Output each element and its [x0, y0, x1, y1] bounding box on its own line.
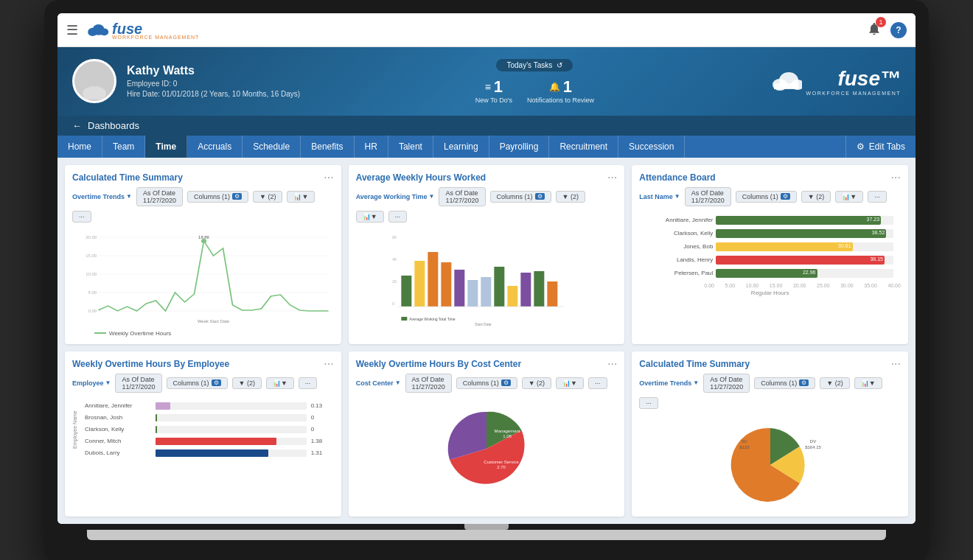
card-header-4: Weekly Overtime Hours By Employee ··· — [65, 351, 341, 374]
profile-banner: Kathy Watts Employee ID: 0 Hire Date: 01… — [57, 47, 916, 116]
chart-type-btn-3[interactable]: 📊▼ — [835, 191, 863, 203]
card-calc-time-summary: Calculated Time Summary ··· Overtime Tre… — [65, 165, 341, 344]
columns-btn-2[interactable]: Columns (1) ⚙ — [490, 191, 551, 203]
emp-row-2: Brosnan, Josh 0 — [77, 412, 337, 424]
filter-btn-4[interactable]: ▼ (2) — [232, 377, 262, 389]
pie-chart-svg-2: SC $123 DV $164.15 — [704, 421, 837, 509]
as-of-date-btn-2[interactable]: As Of Date11/27/2020 — [439, 187, 485, 206]
employee-filter[interactable]: Employee ▼ — [72, 379, 111, 387]
as-of-date-btn-3[interactable]: As Of Date11/27/2020 — [685, 187, 731, 206]
back-arrow-icon[interactable]: ← — [72, 120, 82, 131]
filter-btn-3[interactable]: ▼ (2) — [801, 191, 831, 203]
more-btn-6[interactable]: ··· — [639, 397, 658, 409]
att-name-4: Landis, Henry — [646, 256, 713, 263]
columns-btn-4[interactable]: Columns (1) ⚙ — [167, 377, 228, 389]
edit-tabs-button[interactable]: ⚙ Edit Tabs — [845, 136, 916, 158]
overtime-trends-filter[interactable]: Overtime Trends ▼ — [72, 193, 132, 200]
emp-bar-track-2 — [156, 414, 307, 421]
filter-btn-6[interactable]: ▼ (2) — [820, 377, 849, 389]
as-of-date-btn-6[interactable]: As Of Date11/27/2020 — [703, 374, 750, 393]
as-of-date-btn-4[interactable]: As Of Date11/27/2020 — [115, 374, 161, 393]
bar-4 — [441, 262, 451, 307]
tab-learning[interactable]: Learning — [433, 136, 489, 158]
fuse-branding: fuse™ WORKFORCE MANAGEMENT — [770, 67, 901, 96]
more-btn-5[interactable]: ··· — [588, 377, 607, 389]
notification-icon[interactable]: 1 — [867, 21, 882, 39]
emp-name-3: Clarkson, Kelly — [85, 426, 151, 433]
columns-btn-1[interactable]: Columns (1) ⚙ — [187, 191, 248, 203]
brand-name: fuse™ — [806, 67, 901, 91]
chart-type-btn-6[interactable]: 📊▼ — [854, 377, 882, 389]
brand-name-area: fuse™ WORKFORCE MANAGEMENT — [806, 67, 901, 96]
card-menu-1[interactable]: ··· — [324, 171, 333, 184]
brand-sub: WORKFORCE MANAGEMENT — [806, 91, 901, 96]
tab-accruals[interactable]: Accruals — [187, 136, 243, 158]
emp-row-5: Dubois, Larry 1.31 — [77, 447, 337, 459]
more-btn-3[interactable]: ··· — [868, 191, 887, 203]
att-x-axis: 0.005.0010.0015.0020.0025.0030.0035.0040… — [639, 280, 901, 290]
card-menu-6[interactable]: ··· — [891, 357, 901, 371]
pie-chart-svg: Management 1.08 Customer Service 2.70 — [420, 405, 553, 493]
att-bar-fill-5: 22.96 — [716, 269, 817, 278]
card-chart-1: 20.00 15.00 10.00 5.00 0.00 18.86 Week S… — [65, 227, 341, 344]
tasks-refresh-icon[interactable]: ↺ — [557, 61, 562, 69]
card-title-1: Calculated Time Summary — [72, 172, 183, 183]
card-controls-6: Overtime Trends ▼ As Of Date11/27/2020 C… — [632, 374, 908, 413]
tab-talent[interactable]: Talent — [388, 136, 433, 158]
tab-payrolling[interactable]: Payrolling — [489, 136, 550, 158]
card-menu-5[interactable]: ··· — [607, 357, 617, 371]
chart-type-btn-5[interactable]: 📊▼ — [556, 377, 584, 389]
hamburger-icon[interactable]: ☰ — [66, 22, 78, 38]
svg-text:Average Working Total Time: Average Working Total Time — [409, 317, 455, 321]
fuse-logo-icon — [86, 18, 109, 42]
chart-type-btn-2[interactable]: 📊▼ — [356, 211, 384, 223]
avg-working-filter[interactable]: Average Working Time ▼ — [356, 193, 435, 200]
card-menu-4[interactable]: ··· — [324, 357, 333, 371]
columns-btn-5[interactable]: Columns (1) ⚙ — [456, 377, 517, 389]
overtime-trends-filter-2[interactable]: Overtime Trends ▼ — [639, 379, 699, 387]
tab-succession[interactable]: Succession — [618, 136, 685, 158]
tab-team[interactable]: Team — [102, 136, 145, 158]
as-of-date-btn-1[interactable]: As Of Date11/27/2020 — [136, 187, 183, 206]
as-of-date-btn-5[interactable]: As Of Date11/27/2020 — [405, 374, 452, 393]
cost-center-filter[interactable]: Cost Center ▼ — [356, 379, 401, 387]
tab-benefits[interactable]: Benefits — [301, 136, 354, 158]
filter-btn-2[interactable]: ▼ (2) — [556, 191, 585, 203]
att-row-1: Annitiare, Jennifer 37.23 — [639, 214, 901, 227]
tab-home[interactable]: Home — [57, 136, 102, 158]
tab-time[interactable]: Time — [145, 136, 187, 158]
columns-btn-6[interactable]: Columns (1) ⚙ — [754, 377, 815, 389]
filter-btn-5[interactable]: ▼ (2) — [522, 377, 551, 389]
att-bar-fill-1: 37.23 — [716, 216, 881, 225]
card-menu-3[interactable]: ··· — [891, 171, 901, 184]
tab-schedule[interactable]: Schedule — [243, 136, 301, 158]
lastname-filter[interactable]: Last Name ▼ — [639, 193, 680, 200]
tab-recruitment[interactable]: Recruitment — [549, 136, 618, 158]
laptop-screen: ☰ fuse WORKFORCE MANAGEMENT — [57, 13, 916, 524]
more-btn-4[interactable]: ··· — [299, 377, 318, 389]
more-btn-1[interactable]: ··· — [72, 211, 91, 223]
edit-tabs-label: Edit Tabs — [869, 141, 905, 152]
card-title-4: Weekly Overtime Hours By Employee — [72, 359, 229, 369]
chart-type-btn-1[interactable]: 📊▼ — [287, 191, 315, 203]
card-calc-time-summary-2: Calculated Time Summary ··· Overtime Tre… — [632, 351, 908, 517]
bar-6 — [467, 280, 478, 307]
more-btn-2[interactable]: ··· — [388, 211, 408, 223]
card-menu-2[interactable]: ··· — [607, 171, 617, 184]
top-bar-left: ☰ fuse WORKFORCE MANAGEMENT — [66, 18, 199, 42]
bar-11 — [534, 271, 544, 307]
tab-hr[interactable]: HR — [355, 136, 388, 158]
card-controls-1: Overtime Trends ▼ As Of Date11/27/2020 C… — [65, 187, 341, 227]
help-button[interactable]: ? — [890, 22, 907, 38]
att-name-2: Clarkson, Kelly — [646, 230, 713, 237]
svg-text:60: 60 — [392, 235, 397, 239]
svg-text:20: 20 — [392, 279, 397, 284]
pie-val-customer: 2.70 — [497, 465, 506, 469]
svg-text:0: 0 — [392, 301, 394, 306]
chart-type-btn-4[interactable]: 📊▼ — [266, 377, 294, 389]
dashboards-nav: ← Dashboards — [57, 116, 916, 136]
columns-btn-3[interactable]: Columns (1) ⚙ — [736, 191, 797, 203]
card-controls-4: Employee ▼ As Of Date11/27/2020 Columns … — [65, 374, 341, 397]
svg-rect-28 — [401, 317, 407, 321]
filter-btn-1[interactable]: ▼ (2) — [253, 191, 282, 203]
